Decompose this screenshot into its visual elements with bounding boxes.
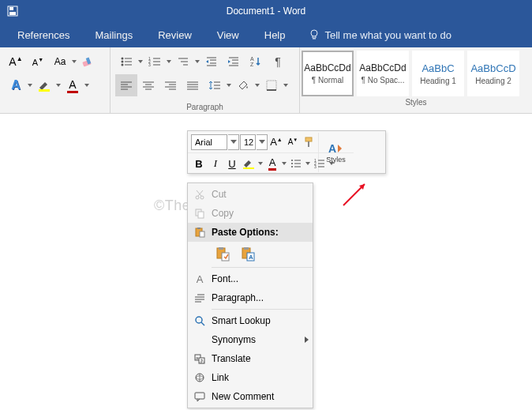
mini-bullets-dropdown[interactable]: [305, 152, 311, 175]
tab-help[interactable]: Help: [253, 24, 297, 46]
shading-button[interactable]: [232, 74, 254, 96]
paragraph-group-label: Paragraph: [115, 101, 294, 111]
svg-text:あ: あ: [200, 359, 204, 364]
svg-rect-78: [197, 228, 200, 229]
tab-review[interactable]: Review: [147, 24, 203, 46]
title-bar: Document1 - Word: [0, 0, 532, 22]
line-spacing-button[interactable]: [204, 74, 226, 96]
mini-size-dropdown[interactable]: [257, 134, 268, 150]
clear-formatting-button[interactable]: [77, 51, 99, 73]
font-color-button[interactable]: A: [62, 74, 84, 96]
search-icon: [188, 315, 212, 326]
text-effects-button[interactable]: A: [5, 74, 27, 96]
mini-font-dropdown[interactable]: [228, 134, 239, 150]
mini-toolbar: Arial 12 A▲ A▼ A Styles B I U A 123: [187, 130, 386, 174]
borders-dropdown[interactable]: [283, 74, 289, 96]
mini-grow-font-button[interactable]: A▲: [268, 134, 284, 151]
svg-rect-76: [198, 212, 204, 218]
sort-button[interactable]: AZ: [245, 51, 267, 73]
bullets-button[interactable]: [115, 51, 137, 73]
mini-shrink-font-button[interactable]: A▼: [285, 134, 301, 151]
mini-font-color-dropdown[interactable]: [281, 152, 287, 175]
paste-keep-source-button[interactable]: [212, 243, 234, 264]
change-case-button[interactable]: Aa: [49, 51, 71, 73]
svg-text:A: A: [249, 254, 253, 261]
borders-button[interactable]: [260, 74, 283, 96]
tab-view[interactable]: View: [206, 24, 250, 46]
mini-underline-button[interactable]: U: [224, 155, 240, 172]
paint-bucket-icon: [237, 80, 249, 91]
menu-link[interactable]: Link: [188, 368, 313, 387]
style-name: Heading 1: [420, 77, 456, 85]
show-marks-button[interactable]: ¶: [267, 51, 289, 73]
align-center-button[interactable]: [137, 74, 159, 96]
multilevel-dropdown[interactable]: [194, 51, 200, 73]
grow-font-button[interactable]: A▲: [5, 51, 27, 73]
mini-italic-button[interactable]: I: [208, 155, 223, 172]
svg-rect-1: [9, 7, 13, 10]
style-name: ¶ Normal: [312, 76, 343, 85]
styles-group-label: Styles: [302, 96, 530, 107]
text-effects-dropdown[interactable]: [27, 74, 33, 96]
svg-text:3: 3: [314, 164, 317, 169]
align-left-button[interactable]: [115, 74, 137, 96]
style-no-spacing[interactable]: AaBbCcDd ¶ No Spac...: [357, 51, 409, 96]
menu-paste-options[interactable]: Paste Options:: [188, 223, 313, 242]
tell-me-search[interactable]: Tell me what you want to do: [300, 24, 459, 46]
mini-font-family-input[interactable]: Arial: [191, 134, 227, 150]
change-case-dropdown[interactable]: [71, 51, 77, 73]
mini-font-color-button[interactable]: A: [264, 155, 280, 172]
style-preview: AaBbC: [421, 62, 454, 74]
decrease-indent-button[interactable]: [200, 51, 223, 73]
menu-smart-lookup[interactable]: Smart Lookup: [188, 311, 313, 330]
mini-numbering-button[interactable]: 123: [312, 155, 328, 172]
menu-synonyms[interactable]: Synonyms: [188, 330, 313, 349]
mini-bold-button[interactable]: B: [191, 155, 207, 172]
bullets-dropdown[interactable]: [137, 51, 144, 73]
mini-font-size-input[interactable]: 12: [240, 134, 256, 150]
multilevel-list-button[interactable]: [172, 51, 194, 73]
menu-new-comment[interactable]: New Comment: [188, 387, 313, 406]
menu-translate[interactable]: aあ Translate: [188, 349, 313, 368]
svg-line-92: [201, 322, 204, 325]
mini-bullets-button[interactable]: [288, 155, 304, 172]
svg-rect-55: [308, 141, 309, 147]
paste-text-only-button[interactable]: A: [237, 243, 259, 264]
line-spacing-dropdown[interactable]: [226, 74, 232, 96]
outdent-icon: [205, 55, 218, 68]
font-group: A▲ A▼ Aa A A: [0, 47, 111, 113]
menu-paragraph[interactable]: Paragraph...: [188, 288, 313, 307]
context-menu: Cut Copy Paste Options: A A Font... Para…: [187, 182, 313, 408]
font-icon: A: [188, 273, 212, 285]
mini-highlight-button[interactable]: [241, 155, 257, 172]
highlight-dropdown[interactable]: [55, 74, 62, 96]
menu-synonyms-label: Synonyms: [212, 334, 300, 345]
style-heading-1[interactable]: AaBbC Heading 1: [412, 51, 464, 96]
svg-point-10: [122, 61, 124, 63]
shading-dropdown[interactable]: [254, 74, 260, 96]
mini-format-painter-button[interactable]: [302, 134, 317, 151]
shrink-font-button[interactable]: A▼: [27, 51, 49, 73]
style-normal[interactable]: AaBbCcDd ¶ Normal: [302, 51, 354, 96]
align-right-button[interactable]: [159, 74, 182, 96]
numbering-button[interactable]: 123: [144, 51, 166, 73]
align-justify-button[interactable]: [182, 74, 204, 96]
style-name: ¶ No Spac...: [362, 76, 405, 85]
highlight-button[interactable]: [33, 74, 55, 96]
menu-smart-lookup-label: Smart Lookup: [212, 315, 313, 326]
mini-highlight-dropdown[interactable]: [257, 152, 264, 175]
link-icon: [188, 372, 212, 383]
mini-numbering-dropdown[interactable]: [328, 152, 335, 175]
menu-font[interactable]: A Font...: [188, 269, 313, 288]
bullets-icon: [120, 55, 133, 68]
save-icon[interactable]: [6, 5, 19, 17]
numbering-dropdown[interactable]: [166, 51, 172, 73]
tab-references[interactable]: References: [6, 24, 81, 46]
increase-indent-button[interactable]: [223, 51, 245, 73]
style-preview: AaBbCcDd: [359, 62, 406, 73]
style-heading-2[interactable]: AaBbCcD Heading 2: [467, 51, 519, 96]
font-color-dropdown[interactable]: [84, 74, 90, 96]
svg-point-91: [196, 317, 202, 323]
numbering-icon: 123: [314, 158, 325, 169]
tab-mailings[interactable]: Mailings: [84, 24, 144, 46]
